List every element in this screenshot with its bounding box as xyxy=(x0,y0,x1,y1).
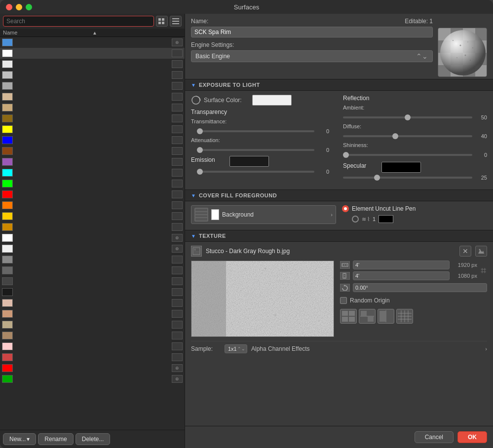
transmittance-slider[interactable] xyxy=(197,130,314,132)
list-item[interactable] xyxy=(0,124,185,135)
random-origin-checkbox[interactable] xyxy=(340,297,347,304)
radio-button[interactable] xyxy=(342,205,349,212)
list-item[interactable] xyxy=(0,70,185,80)
texture-rotation-input[interactable] xyxy=(353,283,487,292)
svg-point-30 xyxy=(456,57,457,58)
fill-preview[interactable]: Background › xyxy=(191,205,336,224)
list-item[interactable] xyxy=(0,146,185,156)
cover-fill-right: Element Uncut Line Pen ≋ ⌇ 1 xyxy=(342,205,487,223)
ambient-slider[interactable] xyxy=(343,116,472,118)
list-item[interactable]: ⊕ xyxy=(0,232,185,243)
row-icon xyxy=(172,266,183,274)
list-item[interactable] xyxy=(0,200,185,211)
list-item[interactable] xyxy=(0,298,185,308)
cover-fill-section-header[interactable]: ▼ COVER FILL FOREGROUND xyxy=(185,189,493,201)
title-bar: Surfaces xyxy=(0,0,493,14)
ok-button[interactable]: OK xyxy=(457,431,487,443)
list-view-button[interactable] xyxy=(170,16,182,27)
list-item[interactable]: ⊕ xyxy=(0,37,185,48)
delete-button[interactable]: Delete... xyxy=(76,433,111,445)
specular-slider[interactable] xyxy=(343,177,472,179)
specular-slider-value: 25 xyxy=(475,175,487,181)
list-item[interactable] xyxy=(0,167,185,178)
pattern-btn-3[interactable] xyxy=(378,309,394,324)
texture-dims: 1920 px xyxy=(340,261,487,280)
list-item[interactable] xyxy=(0,352,185,363)
list-item[interactable]: ⊕ xyxy=(0,363,185,373)
pen-color-box[interactable] xyxy=(379,215,393,223)
diffuse-label-row: Diffuse: xyxy=(343,123,487,129)
pattern-btn-1[interactable] xyxy=(340,309,357,324)
row-icon xyxy=(172,201,183,209)
texture-settings: 1920 px xyxy=(340,261,487,337)
material-name-input[interactable] xyxy=(191,27,433,37)
exposure-content: Surface Color: Transparency Transmittanc… xyxy=(185,91,493,187)
list-item[interactable] xyxy=(0,211,185,222)
close-button[interactable] xyxy=(6,4,12,10)
svg-rect-45 xyxy=(191,261,226,337)
pattern-btn-2[interactable] xyxy=(359,309,376,324)
shininess-slider[interactable] xyxy=(343,154,472,156)
list-item[interactable] xyxy=(0,135,185,146)
emission-slider[interactable] xyxy=(197,171,314,173)
row-icon xyxy=(172,353,183,361)
link-proportions-icon[interactable]: ⌗ xyxy=(479,261,487,280)
list-item[interactable] xyxy=(0,80,185,91)
svg-rect-66 xyxy=(349,311,355,316)
texture-height-input[interactable] xyxy=(353,271,450,280)
list-item[interactable] xyxy=(0,287,185,298)
list-item[interactable] xyxy=(0,189,185,200)
surface-color-picker[interactable] xyxy=(252,95,292,106)
list-item[interactable] xyxy=(0,91,185,102)
diffuse-value: 40 xyxy=(475,133,487,139)
search-input[interactable] xyxy=(3,16,154,27)
list-item[interactable] xyxy=(0,276,185,287)
list-item[interactable] xyxy=(0,156,185,167)
texture-browse-button[interactable] xyxy=(475,246,487,257)
list-item[interactable] xyxy=(0,330,185,341)
exposure-section-header[interactable]: ▼ EXPOSURE TO LIGHT xyxy=(185,79,493,91)
list-item[interactable] xyxy=(0,319,185,330)
grid-view-button[interactable] xyxy=(156,16,168,27)
sample-select[interactable]: 1x1 xyxy=(225,344,247,353)
list-item[interactable] xyxy=(0,308,185,319)
texture-remove-button[interactable]: ✕ xyxy=(459,246,471,257)
color-swatch xyxy=(2,71,13,79)
specular-color-box[interactable] xyxy=(381,162,421,173)
row-icon xyxy=(172,180,183,187)
texture-section-header[interactable]: ▼ TEXTURE xyxy=(185,230,493,242)
list-item[interactable] xyxy=(0,102,185,113)
name-column-header: Name xyxy=(3,30,92,36)
attenuation-slider[interactable] xyxy=(197,149,314,151)
new-button[interactable]: New... ▾ xyxy=(3,433,36,445)
list-item[interactable] xyxy=(0,222,185,232)
svg-point-41 xyxy=(479,249,481,251)
svg-point-29 xyxy=(465,55,466,56)
cover-fill-content: Background › Element Uncut Line Pen xyxy=(185,201,493,228)
alpha-effects-row[interactable]: Alpha Channel Effects › xyxy=(251,345,487,352)
cancel-button[interactable]: Cancel xyxy=(415,431,454,443)
list-item[interactable] xyxy=(0,341,185,352)
list-item[interactable]: ⊕ xyxy=(0,243,185,254)
minimize-button[interactable] xyxy=(16,4,22,10)
list-item[interactable] xyxy=(0,265,185,276)
list-item[interactable]: ⊕ xyxy=(0,373,185,384)
color-list[interactable]: ⊕ xyxy=(0,37,185,430)
specular-slider-row: 25 xyxy=(343,175,487,181)
texture-width-input[interactable] xyxy=(353,261,450,269)
list-item[interactable] xyxy=(0,113,185,124)
maximize-button[interactable] xyxy=(26,4,32,10)
list-item[interactable] xyxy=(0,48,185,59)
diffuse-slider[interactable] xyxy=(343,135,472,137)
emission-color-box[interactable] xyxy=(229,156,269,167)
right-panel: Name: Editable: 1 Engine Settings: Basic… xyxy=(185,14,493,448)
list-item[interactable] xyxy=(0,59,185,70)
rename-button[interactable]: Rename xyxy=(38,433,73,445)
color-swatch xyxy=(2,201,13,209)
fill-thumbnail xyxy=(211,209,219,220)
engine-select[interactable]: Basic Engine xyxy=(191,50,433,62)
list-item[interactable] xyxy=(0,254,185,265)
texture-content: Stucco - Dark Gray Rough b.jpg ✕ xyxy=(185,242,493,357)
list-item[interactable] xyxy=(0,178,185,189)
pattern-btn-4[interactable] xyxy=(396,309,413,324)
